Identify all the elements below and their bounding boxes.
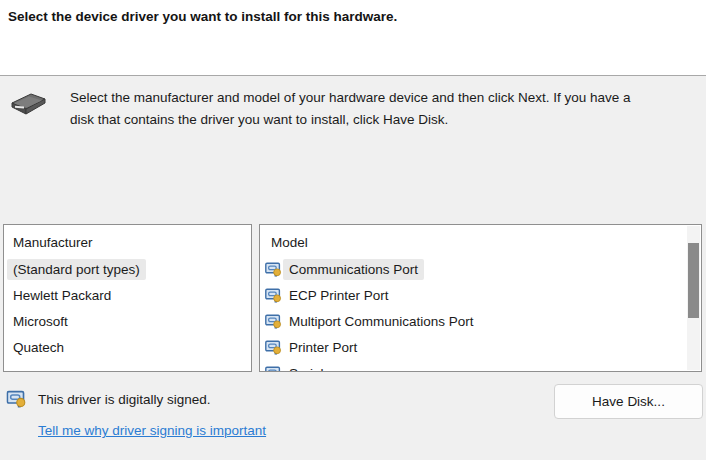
intro-text: Select the manufacturer and model of you… bbox=[70, 87, 670, 131]
model-item-ecp-printer-port[interactable]: ECP Printer Port bbox=[260, 282, 701, 308]
manufacturer-item-quatech[interactable]: Quatech bbox=[4, 334, 251, 360]
manufacturer-listbox[interactable]: Manufacturer (Standard port types) Hewle… bbox=[3, 224, 252, 372]
model-list-header: Model bbox=[260, 230, 701, 256]
model-item-multiport-communications-port[interactable]: Multiport Communications Port bbox=[260, 308, 701, 334]
intro-line-2: disk that contains the driver you want t… bbox=[70, 109, 670, 131]
model-item-printer-port[interactable]: Printer Port bbox=[260, 334, 701, 360]
driver-certificate-icon bbox=[265, 261, 282, 277]
scrollbar-thumb[interactable] bbox=[688, 243, 699, 318]
driver-certificate-icon bbox=[265, 339, 282, 355]
manufacturer-item-microsoft[interactable]: Microsoft bbox=[4, 308, 251, 334]
driver-certificate-icon bbox=[265, 365, 282, 372]
device-driver-wizard-page: Select the device driver you want to ins… bbox=[0, 0, 706, 460]
manufacturer-item-hewlett-packard[interactable]: Hewlett Packard bbox=[4, 282, 251, 308]
page-header: Select the device driver you want to ins… bbox=[0, 0, 706, 76]
driver-signing-info-link[interactable]: Tell me why driver signing is important bbox=[38, 423, 266, 438]
manufacturer-list-header: Manufacturer bbox=[4, 230, 251, 256]
have-disk-button[interactable]: Have Disk... bbox=[554, 384, 703, 419]
page-title: Select the device driver you want to ins… bbox=[8, 9, 397, 24]
driver-signed-text: This driver is digitally signed. bbox=[38, 392, 211, 407]
model-listbox[interactable]: Model Communications Port ECP Printer Po… bbox=[259, 224, 702, 372]
driver-certificate-icon bbox=[265, 287, 282, 303]
model-item-serial[interactable]: Serial bbox=[260, 360, 701, 372]
model-list-scrollbar[interactable] bbox=[687, 226, 700, 370]
model-item-communications-port[interactable]: Communications Port bbox=[260, 256, 701, 282]
manufacturer-item-standard-port-types[interactable]: (Standard port types) bbox=[4, 256, 251, 282]
driver-certificate-icon bbox=[265, 313, 282, 329]
intro-line-1: Select the manufacturer and model of you… bbox=[70, 87, 670, 109]
driver-certificate-icon bbox=[6, 389, 27, 408]
hardware-device-icon bbox=[9, 89, 47, 121]
